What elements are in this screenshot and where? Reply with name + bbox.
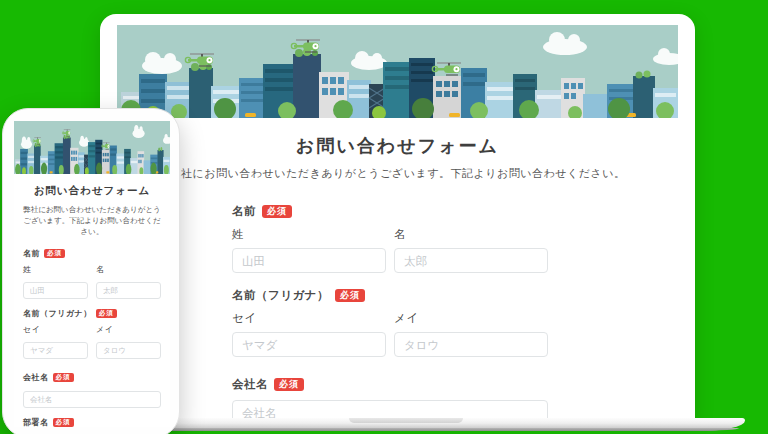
first-name-sublabel: 名 — [394, 227, 548, 242]
first-name-input[interactable] — [96, 282, 161, 299]
phone-screen: お問い合わせフォーム 弊社にお問い合わせいただきありがとうございます。下記よりお… — [14, 121, 170, 427]
department-label: 部署名 — [23, 417, 49, 427]
kana-first-input[interactable] — [394, 332, 548, 357]
field-kana: 名前（フリガナ） 必須 セイ メイ — [232, 288, 548, 357]
required-badge: 必須 — [335, 289, 365, 303]
name-label: 名前 — [23, 248, 40, 259]
kana-last-sublabel: セイ — [23, 324, 88, 335]
last-name-sublabel: 姓 — [232, 227, 386, 242]
kana-first-input[interactable] — [96, 342, 161, 359]
page-subtitle: 弊社にお問い合わせいただきありがとうございます。下記よりお問い合わせください。 — [14, 204, 170, 237]
company-label: 会社名 — [23, 372, 49, 383]
field-company: 会社名 必須 — [23, 372, 161, 408]
field-department: 部署名 必須 — [23, 417, 161, 427]
required-badge: 必須 — [274, 378, 304, 392]
kana-last-sublabel: セイ — [232, 311, 386, 326]
kana-last-input[interactable] — [232, 332, 386, 357]
page-title: お問い合わせフォーム — [14, 184, 170, 198]
contact-form-desktop: 名前 必須 姓 名 — [232, 204, 548, 434]
first-name-input[interactable] — [394, 248, 548, 273]
kana-label: 名前（フリガナ） — [232, 288, 329, 303]
field-name: 名前 必須 姓 名 — [232, 204, 548, 273]
kana-first-sublabel: メイ — [394, 311, 548, 326]
company-input[interactable] — [23, 391, 161, 408]
city-illustration — [117, 25, 678, 118]
field-name: 名前 必須 姓 名 — [23, 248, 161, 299]
contact-form-mobile: 名前 必須 姓 名 — [14, 248, 170, 427]
required-badge: 必須 — [53, 418, 74, 427]
required-badge: 必須 — [53, 373, 74, 383]
city-illustration — [14, 121, 170, 174]
company-label: 会社名 — [232, 377, 268, 392]
kana-label: 名前（フリガナ） — [23, 308, 92, 319]
page-title: お問い合わせフォーム — [100, 134, 695, 158]
first-name-sublabel: 名 — [96, 264, 161, 275]
last-name-input[interactable] — [23, 282, 88, 299]
required-badge: 必須 — [262, 205, 292, 219]
last-name-input[interactable] — [232, 248, 386, 273]
name-label: 名前 — [232, 204, 256, 219]
field-kana: 名前（フリガナ） 必須 セイ メイ — [23, 308, 161, 359]
required-badge: 必須 — [44, 249, 65, 259]
page-subtitle: 弊社にお問い合わせいただきありがとうございます。下記よりお問い合わせください。 — [100, 166, 695, 181]
phone-mockup: お問い合わせフォーム 弊社にお問い合わせいただきありがとうございます。下記よりお… — [2, 108, 180, 434]
laptop-base-notch — [349, 418, 463, 423]
last-name-sublabel: 姓 — [23, 264, 88, 275]
kana-first-sublabel: メイ — [96, 324, 161, 335]
kana-last-input[interactable] — [23, 342, 88, 359]
required-badge: 必須 — [96, 309, 117, 319]
laptop-screen: お問い合わせフォーム 弊社にお問い合わせいただきありがとうございます。下記よりお… — [100, 14, 695, 418]
green-background: お問い合わせフォーム 弊社にお問い合わせいただきありがとうございます。下記よりお… — [0, 0, 768, 434]
